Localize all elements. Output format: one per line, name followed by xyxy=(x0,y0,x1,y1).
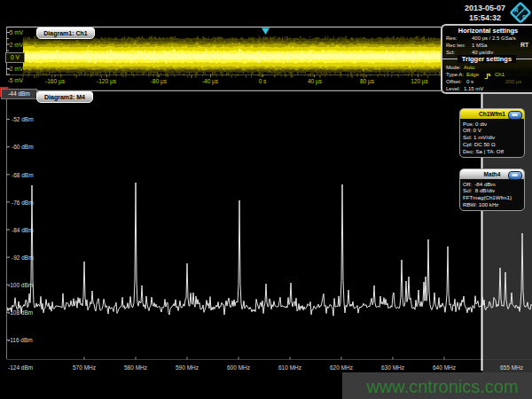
svg-text:S: S xyxy=(522,14,527,20)
svg-text:R: R xyxy=(514,7,519,13)
